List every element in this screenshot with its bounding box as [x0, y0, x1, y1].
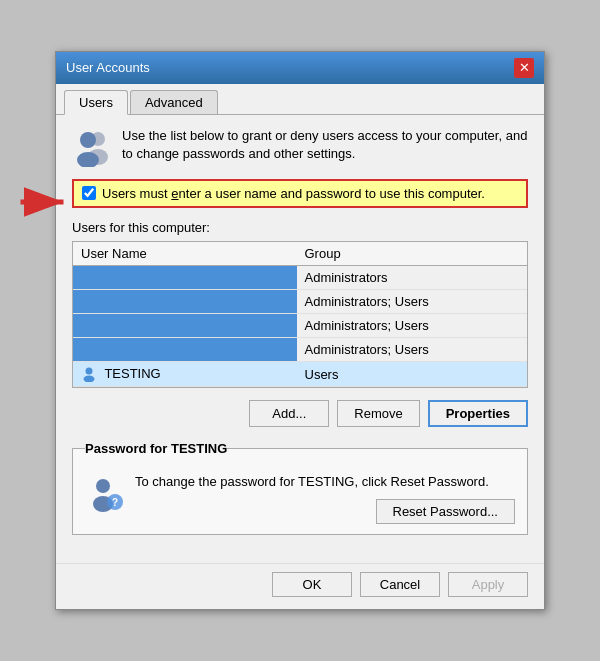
table-row[interactable]: Administrators; Users	[73, 313, 527, 337]
username-cell	[73, 313, 297, 337]
reset-password-row: Reset Password...	[135, 499, 515, 524]
remove-button[interactable]: Remove	[337, 400, 419, 427]
must-enter-password-checkbox[interactable]	[82, 186, 96, 200]
table-row[interactable]: TESTING Users	[73, 361, 527, 387]
title-bar: User Accounts ✕	[56, 52, 544, 84]
user-table: User Name Group Administrators Administr…	[73, 242, 527, 388]
table-row[interactable]: Administrators	[73, 265, 527, 289]
tab-advanced[interactable]: Advanced	[130, 90, 218, 114]
properties-button[interactable]: Properties	[428, 400, 528, 427]
red-arrow-icon	[14, 184, 72, 219]
username-cell	[73, 337, 297, 361]
username-cell	[73, 265, 297, 289]
must-enter-password-row: Users must enter a user name and passwor…	[72, 179, 528, 208]
users-section-label: Users for this computer:	[72, 220, 528, 235]
ok-button[interactable]: OK	[272, 572, 352, 597]
group-cell: Administrators; Users	[297, 337, 528, 361]
group-cell: Users	[297, 361, 528, 387]
close-button[interactable]: ✕	[514, 58, 534, 78]
users-icon	[72, 127, 112, 167]
group-cell: Administrators; Users	[297, 313, 528, 337]
dialog-window: User Accounts ✕ Users Advanced	[55, 51, 545, 611]
reset-password-button[interactable]: Reset Password...	[376, 499, 516, 524]
info-row: Use the list below to grant or deny user…	[72, 127, 528, 167]
password-section-title: Password for TESTING	[85, 441, 227, 456]
password-section: Password for TESTING ? To change the pas…	[72, 441, 528, 535]
cancel-button[interactable]: Cancel	[360, 572, 440, 597]
table-row[interactable]: Administrators; Users	[73, 337, 527, 361]
svg-text:?: ?	[112, 497, 118, 508]
password-inner: ? To change the password for TESTING, cl…	[85, 474, 515, 524]
password-description: To change the password for TESTING, clic…	[135, 474, 515, 489]
svg-point-7	[84, 376, 95, 383]
group-cell: Administrators	[297, 265, 528, 289]
tab-users[interactable]: Users	[64, 90, 128, 115]
table-row[interactable]: Administrators; Users	[73, 289, 527, 313]
col-group: Group	[297, 242, 528, 266]
svg-point-6	[86, 368, 93, 375]
username-cell: TESTING	[73, 361, 297, 387]
add-button[interactable]: Add...	[249, 400, 329, 427]
password-content: To change the password for TESTING, clic…	[135, 474, 515, 524]
user-table-container: User Name Group Administrators Administr…	[72, 241, 528, 389]
apply-button[interactable]: Apply	[448, 572, 528, 597]
svg-point-2	[80, 132, 96, 148]
tab-content: Use the list below to grant or deny user…	[56, 115, 544, 564]
info-text: Use the list below to grant or deny user…	[122, 127, 528, 163]
col-username: User Name	[73, 242, 297, 266]
user-action-buttons: Add... Remove Properties	[72, 400, 528, 427]
dialog-footer: OK Cancel Apply	[56, 563, 544, 609]
window-title: User Accounts	[66, 60, 150, 75]
user-icon	[81, 366, 97, 382]
group-cell: Administrators; Users	[297, 289, 528, 313]
person-icon: ?	[85, 474, 125, 514]
tab-bar: Users Advanced	[56, 84, 544, 115]
must-enter-password-label: Users must enter a user name and passwor…	[102, 186, 485, 201]
svg-point-8	[96, 479, 110, 493]
username-cell	[73, 289, 297, 313]
